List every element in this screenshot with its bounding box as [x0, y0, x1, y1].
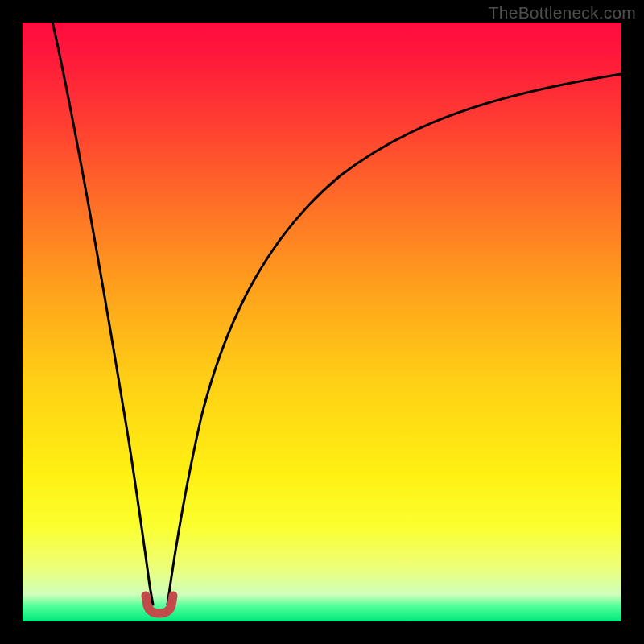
bottleneck-curve	[23, 23, 621, 621]
watermark-label: TheBottleneck.com	[489, 3, 636, 23]
curve-left-branch	[52, 23, 153, 605]
min-marker-u-icon	[146, 596, 173, 613]
curve-right-branch	[167, 74, 621, 605]
chart-frame: TheBottleneck.com	[0, 0, 644, 644]
plot-area	[23, 23, 621, 621]
